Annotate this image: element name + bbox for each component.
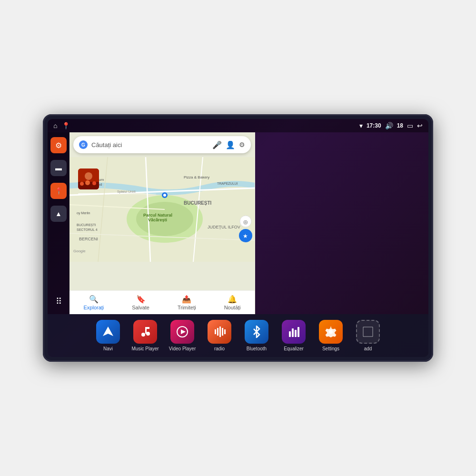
news-label: Noutăți — [224, 305, 241, 310]
map-explore-button[interactable]: 🔍 Explorați — [83, 295, 104, 310]
home-icon[interactable]: ⌂ — [53, 122, 57, 129]
center-panel: G Căutați aici 🎤 👤 ⚙ — [69, 132, 428, 314]
add-icon-img — [356, 320, 380, 344]
volume-icon: 🔊 — [385, 122, 393, 129]
map-news-button[interactable]: 🔔 Noutăți — [224, 295, 241, 310]
music-thumbnail — [78, 169, 99, 189]
app-icon-add[interactable]: add — [354, 320, 382, 351]
navi-label: Navi — [103, 346, 113, 351]
send-label: Trimiteți — [178, 305, 196, 310]
video-player-label: Video Player — [169, 346, 196, 351]
add-label: add — [364, 346, 372, 351]
svg-marker-41 — [181, 329, 186, 334]
svg-text:Văcărești: Văcărești — [148, 218, 167, 222]
svg-marker-35 — [103, 327, 113, 336]
map-send-button[interactable]: 📤 Trimiteți — [178, 295, 196, 310]
svg-rect-43 — [217, 328, 218, 336]
main-content: ⚙ ▬ 📍 ▲ ⠿ — [48, 132, 428, 314]
map-area: G Căutați aici 🎤 👤 ⚙ — [69, 132, 428, 314]
svg-point-23 — [163, 194, 166, 197]
account-icon[interactable]: 👤 — [226, 140, 235, 149]
equalizer-label: Equalizer — [284, 346, 304, 351]
battery-icon: ▭ — [407, 122, 413, 129]
svg-point-36 — [141, 333, 145, 337]
bluetooth-icon-img — [245, 320, 268, 344]
news-icon: 🔔 — [228, 295, 237, 304]
device: ⌂ 📍 ▾ 17:30 🔊 18 ▭ ↩ ⚙ ▬ 📍 — [43, 114, 433, 362]
svg-text:★: ★ — [243, 233, 248, 239]
maps-status-icon[interactable]: 📍 — [62, 122, 70, 129]
app-icon-music-player[interactable]: Music Player — [131, 320, 159, 351]
svg-point-33 — [85, 180, 90, 185]
svg-text:BUCUREȘTI: BUCUREȘTI — [184, 200, 212, 206]
app-icon-bluetooth[interactable]: Bluetooth — [242, 320, 271, 351]
explore-icon: 🔍 — [89, 295, 99, 304]
svg-rect-50 — [298, 327, 299, 337]
settings-label: Settings — [322, 346, 339, 351]
svg-point-34 — [92, 181, 96, 185]
screen: ⌂ 📍 ▾ 17:30 🔊 18 ▭ ↩ ⚙ ▬ 📍 — [48, 119, 428, 357]
radio-label: radio — [214, 346, 225, 351]
svg-text:JUDEȚUL ILFOV: JUDEȚUL ILFOV — [208, 225, 240, 229]
svg-text:BERCENI: BERCENI — [79, 237, 98, 241]
status-left: ⌂ 📍 — [53, 122, 70, 129]
svg-rect-44 — [219, 327, 221, 337]
saved-icon: 🔖 — [136, 295, 146, 304]
svg-point-37 — [146, 332, 150, 336]
mic-icon[interactable]: 🎤 — [212, 140, 222, 149]
settings-icon: ⚙ — [55, 141, 62, 150]
svg-rect-42 — [215, 329, 216, 334]
music-progress-fill — [78, 193, 101, 195]
svg-rect-47 — [289, 331, 291, 337]
files-icon: ▬ — [55, 164, 62, 172]
arrow-icon: ▲ — [55, 210, 62, 218]
svg-text:Parcul Natural: Parcul Natural — [143, 213, 172, 218]
status-bar: ⌂ 📍 ▾ 17:30 🔊 18 ▭ ↩ — [48, 119, 428, 132]
svg-point-32 — [80, 182, 84, 186]
map-saved-button[interactable]: 🔖 Salvate — [132, 295, 149, 310]
svg-rect-45 — [222, 328, 223, 336]
svg-point-30 — [85, 172, 92, 180]
app-icon-navi[interactable]: Navi — [94, 320, 122, 351]
saved-label: Salvate — [132, 305, 149, 310]
equalizer-icon-img — [282, 320, 306, 344]
app-icon-radio[interactable]: radio — [205, 320, 234, 351]
bluetooth-label: Bluetooth — [247, 346, 267, 351]
sidebar-maps-button[interactable]: 📍 — [50, 183, 67, 199]
status-time: 17:30 — [367, 122, 381, 129]
sidebar-files-button[interactable]: ▬ — [50, 160, 67, 176]
app-icon-video-player[interactable]: Video Player — [168, 320, 197, 351]
sidebar-settings-button[interactable]: ⚙ — [50, 137, 67, 153]
svg-text:TRAPEZULUI: TRAPEZULUI — [217, 182, 238, 185]
svg-text:BUCUREȘTI: BUCUREȘTI — [77, 223, 96, 227]
app-dock: Navi Music Player — [48, 314, 428, 357]
map-search-input[interactable]: Căutați aici — [91, 141, 208, 149]
music-player-icon-img — [133, 320, 157, 344]
svg-rect-49 — [295, 330, 297, 337]
map-settings-icon[interactable]: ⚙ — [239, 141, 245, 149]
app-icon-equalizer[interactable]: Equalizer — [279, 320, 308, 351]
sidebar-apps-button[interactable]: ⠿ — [50, 293, 67, 309]
map-bottom-bar: 🔍 Explorați 🔖 Salvate 📤 Trimiteți — [69, 290, 255, 314]
radio-icon-img — [208, 320, 231, 344]
grid-icon: ⠿ — [56, 296, 62, 307]
map-pin-icon: 📍 — [55, 187, 63, 195]
app-icon-settings[interactable]: Settings — [317, 320, 345, 351]
music-progress-bar[interactable] — [78, 193, 156, 195]
google-maps-icon: G — [79, 140, 88, 149]
music-thumb-art — [78, 169, 99, 189]
map-search-bar[interactable]: G Căutați aici 🎤 👤 ⚙ — [73, 136, 251, 153]
svg-rect-39 — [145, 327, 149, 329]
map-container[interactable]: G Căutați aici 🎤 👤 ⚙ — [69, 132, 255, 314]
back-icon[interactable]: ↩ — [417, 122, 423, 129]
svg-rect-46 — [224, 329, 226, 334]
settings-icon-img — [319, 320, 343, 344]
sidebar: ⚙ ▬ 📍 ▲ ⠿ — [48, 132, 69, 314]
battery-level: 18 — [397, 122, 403, 129]
explore-label: Explorați — [83, 305, 104, 310]
sidebar-nav-button[interactable]: ▲ — [50, 206, 67, 222]
svg-text:SECTORUL 4: SECTORUL 4 — [77, 228, 98, 231]
svg-text:oy Merlin: oy Merlin — [77, 211, 90, 215]
svg-text:◎: ◎ — [243, 219, 248, 225]
svg-text:Google: Google — [73, 249, 86, 253]
